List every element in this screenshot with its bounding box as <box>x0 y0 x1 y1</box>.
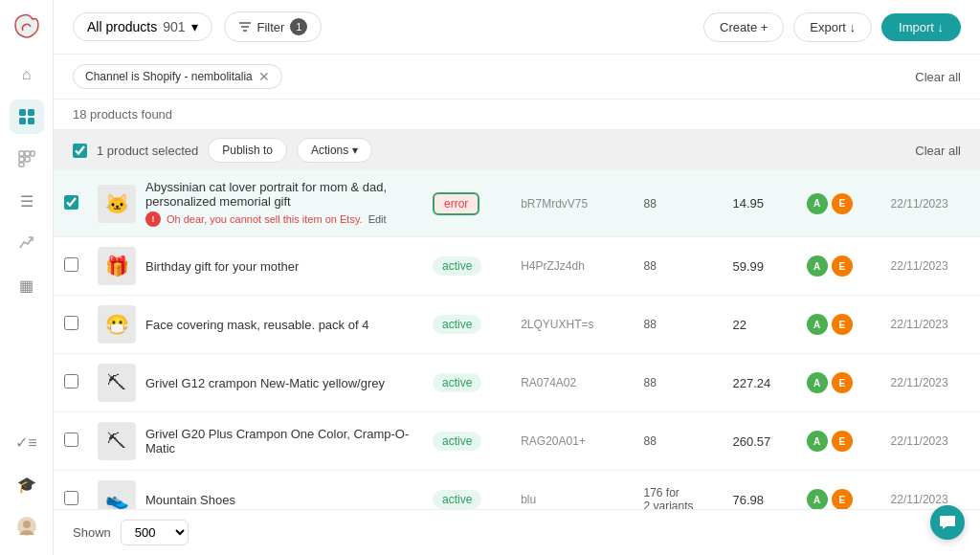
sidebar-item-home[interactable]: ⌂ <box>10 57 44 92</box>
product-thumbnail: ⛏ <box>98 364 136 402</box>
channel-icon-etsy: E <box>832 193 853 214</box>
channel-icon-etsy: E <box>832 431 853 452</box>
channel-icon-shopify: A <box>807 193 828 214</box>
product-sku: RA074A02 <box>511 354 634 412</box>
sidebar-item-grid[interactable] <box>10 142 44 176</box>
export-button[interactable]: Export ↓ <box>793 12 872 42</box>
svg-rect-9 <box>19 163 24 166</box>
products-dropdown[interactable]: All products 901 ▾ <box>73 12 212 41</box>
filter-tag-text: Channel is Shopify - nembolitalia <box>85 70 253 83</box>
channel-icon-etsy: E <box>832 489 853 509</box>
sidebar-item-learn[interactable]: 🎓 <box>10 467 44 501</box>
sidebar-item-orders[interactable]: ☰ <box>10 184 44 218</box>
remove-filter-icon[interactable]: ✕ <box>258 69 270 84</box>
product-sku: RAG20A01+ <box>511 412 634 471</box>
channel-icon-shopify: A <box>807 255 828 277</box>
error-message: Oh dear, you cannot sell this item on Et… <box>167 213 363 225</box>
product-info: 👟Mountain Shoes <box>98 480 413 509</box>
product-info: 🎁Birthday gift for your mother <box>98 247 413 285</box>
row-checkbox[interactable] <box>64 491 78 505</box>
product-price: 76.98 <box>724 471 797 510</box>
publish-to-label: Publish to <box>222 144 273 157</box>
main-content: All products 901 ▾ Filter 1 Create + Exp… <box>54 0 980 555</box>
product-name[interactable]: Birthday gift for your mother <box>145 259 299 274</box>
svg-rect-5 <box>25 151 30 156</box>
products-label: All products <box>87 19 157 34</box>
export-label: Export ↓ <box>810 20 856 34</box>
filter-button[interactable]: Filter 1 <box>224 11 323 42</box>
product-sku: 2LQYUXHT=s <box>511 296 634 354</box>
topbar: All products 901 ▾ Filter 1 Create + Exp… <box>54 0 980 55</box>
channel-icon-etsy: E <box>832 314 853 335</box>
selection-bar: 1 product selected Publish to Actions ▾ … <box>54 130 980 170</box>
product-date: 22/11/2023 <box>881 471 980 510</box>
clear-selection-link[interactable]: Clear all <box>915 144 961 158</box>
product-thumbnail: 🐱 <box>98 185 136 223</box>
product-date: 22/11/2023 <box>881 170 980 237</box>
channel-icons: AE <box>807 372 872 393</box>
product-quantity: 88 <box>635 237 724 296</box>
topbar-right: Create + Export ↓ Import ↓ <box>703 12 961 42</box>
svg-rect-3 <box>28 118 34 124</box>
shown-label: Shown <box>73 525 111 540</box>
shown-select[interactable]: 1002505001000 <box>121 520 189 545</box>
svg-rect-6 <box>31 151 34 156</box>
row-checkbox[interactable] <box>64 195 78 210</box>
channel-icon-etsy: E <box>832 372 853 393</box>
create-button[interactable]: Create + <box>703 12 784 42</box>
product-name[interactable]: Abyssinian cat lover portrait for mom & … <box>145 180 387 209</box>
product-date: 22/11/2023 <box>881 296 980 354</box>
row-checkbox[interactable] <box>64 257 78 272</box>
sidebar-item-settings[interactable]: ▦ <box>10 268 44 302</box>
table-row: 👟Mountain Shoesactiveblu176 for2 variant… <box>54 471 980 510</box>
product-price: 227.24 <box>724 354 797 412</box>
channel-icon-shopify: A <box>807 372 828 393</box>
product-name[interactable]: Grivel G20 Plus Crampon One Color, Cramp… <box>145 427 409 455</box>
products-table: 🐱Abyssinian cat lover portrait for mom &… <box>54 170 980 509</box>
sidebar-item-profile[interactable] <box>10 509 44 544</box>
product-info: 🐱Abyssinian cat lover portrait for mom &… <box>98 180 413 227</box>
product-date: 22/11/2023 <box>881 412 980 471</box>
channel-icon-etsy: E <box>832 255 853 277</box>
channel-icons: AE <box>807 314 872 335</box>
row-checkbox[interactable] <box>64 316 78 330</box>
channel-icons: AE <box>807 489 872 509</box>
product-quantity: 88 <box>635 412 724 471</box>
select-all-checkbox[interactable] <box>73 144 87 158</box>
product-name[interactable]: Mountain Shoes <box>145 493 235 507</box>
channel-icon-shopify: A <box>807 314 828 335</box>
product-thumbnail: 😷 <box>98 305 136 344</box>
product-sku: H4PrZJz4dh <box>511 237 634 296</box>
svg-rect-4 <box>19 151 24 156</box>
selection-bar-left: 1 product selected Publish to Actions ▾ <box>73 138 372 163</box>
product-info: ⛏Grivel G12 crampon New-Matic yellow/gre… <box>98 364 413 402</box>
product-quantity: 176 for2 variants <box>635 471 724 510</box>
selected-count: 1 product selected <box>97 144 198 158</box>
product-thumbnail: 👟 <box>98 480 136 509</box>
sidebar-item-products[interactable] <box>10 100 44 134</box>
product-info: ⛏Grivel G20 Plus Crampon One Color, Cram… <box>98 422 413 460</box>
chat-bubble[interactable] <box>930 505 965 540</box>
sidebar-item-checklist[interactable]: ✓≡ <box>10 425 44 459</box>
error-edit-link[interactable]: Edit <box>368 213 387 225</box>
table-row: ⛏Grivel G20 Plus Crampon One Color, Cram… <box>54 412 980 471</box>
product-quantity: 88 <box>635 296 724 354</box>
publish-to-button[interactable]: Publish to <box>208 138 287 163</box>
row-checkbox[interactable] <box>64 374 78 388</box>
product-name[interactable]: Grivel G12 crampon New-Matic yellow/grey <box>145 376 385 390</box>
topbar-left: All products 901 ▾ Filter 1 <box>73 11 322 42</box>
clear-all-filters-link[interactable]: Clear all <box>915 70 961 84</box>
product-price: 59.99 <box>724 237 797 296</box>
import-label: Import ↓ <box>899 20 944 34</box>
sidebar-item-analytics[interactable] <box>10 226 44 260</box>
row-checkbox[interactable] <box>64 433 78 447</box>
import-button[interactable]: Import ↓ <box>881 13 961 41</box>
svg-rect-8 <box>25 157 30 162</box>
app-logo[interactable] <box>11 11 42 42</box>
product-info: 😷Face covering mask, reusable. pack of 4 <box>98 305 413 344</box>
product-name[interactable]: Face covering mask, reusable. pack of 4 <box>145 318 368 332</box>
chat-icon <box>939 514 956 531</box>
products-table-container: 🐱Abyssinian cat lover portrait for mom &… <box>54 170 980 509</box>
actions-button[interactable]: Actions ▾ <box>297 138 372 163</box>
svg-rect-1 <box>28 109 34 116</box>
